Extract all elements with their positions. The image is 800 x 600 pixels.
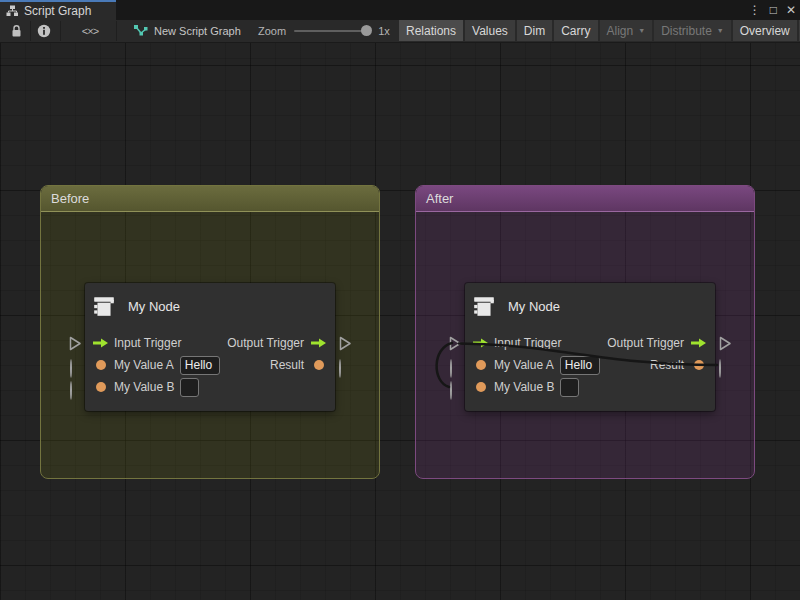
info-icon — [37, 24, 51, 38]
my-value-a-outer-port[interactable] — [70, 360, 72, 378]
input-trigger-label: Input Trigger — [494, 336, 561, 350]
output-trigger-outer-port[interactable] — [719, 336, 732, 355]
node-my-node-after[interactable]: My Node Input Trigger Output Trigger My … — [465, 283, 715, 411]
graph-canvas[interactable]: Before After My Node — [0, 43, 800, 600]
result-port[interactable] — [690, 360, 707, 370]
tab-script-graph[interactable]: Script Graph — [0, 0, 116, 20]
lock-icon — [10, 24, 23, 38]
group-before-header[interactable]: Before — [41, 186, 379, 212]
distribute-dropdown[interactable]: Distribute ▼ — [654, 20, 731, 41]
port-row-trigger: Input Trigger Output Trigger — [465, 332, 715, 354]
info-button[interactable] — [32, 20, 56, 42]
tab-label: Script Graph — [24, 4, 91, 18]
port-row-value-b: My Value B — [465, 376, 715, 398]
maximize-icon[interactable]: □ — [770, 0, 777, 20]
port-row-value-a: My Value A Result — [465, 354, 715, 376]
my-value-a-field[interactable] — [180, 356, 220, 375]
script-graph-icon — [133, 24, 148, 38]
unit-node-icon — [472, 294, 496, 318]
node-header[interactable]: My Node — [472, 294, 560, 318]
zoom-slider-handle[interactable] — [361, 25, 372, 36]
title-bar: Script Graph ⋮ □ ✕ — [0, 0, 800, 20]
result-label: Result — [270, 358, 304, 372]
unit-node-icon — [92, 294, 116, 318]
input-trigger-outer-port[interactable] — [69, 336, 82, 355]
my-value-a-port[interactable] — [472, 360, 489, 370]
result-port[interactable] — [310, 360, 327, 370]
close-icon[interactable]: ✕ — [786, 0, 796, 20]
zoom-label: Zoom — [258, 25, 286, 37]
distribute-label: Distribute — [661, 24, 712, 38]
menu-dots-icon[interactable]: ⋮ — [749, 0, 761, 20]
chevron-down-icon: ▼ — [717, 27, 724, 34]
my-value-b-outer-port[interactable] — [450, 382, 452, 400]
my-value-b-port[interactable] — [472, 382, 489, 392]
zoom-slider[interactable] — [294, 30, 370, 32]
zoom-value: 1x — [378, 25, 390, 37]
my-value-a-label: My Value A — [494, 358, 554, 372]
my-value-b-field[interactable] — [560, 378, 579, 397]
toolbar: <×> New Script Graph Zoom 1x Relations V… — [0, 20, 800, 43]
toolbar-separator — [60, 21, 61, 41]
my-value-a-field[interactable] — [560, 356, 600, 375]
output-trigger-outer-port[interactable] — [339, 336, 352, 355]
toolbar-separator — [116, 21, 117, 41]
my-value-a-port[interactable] — [92, 360, 109, 370]
overview-button[interactable]: Overview — [733, 20, 797, 41]
relations-button[interactable]: Relations — [399, 20, 463, 41]
output-trigger-port[interactable] — [310, 337, 327, 349]
my-value-a-label: My Value A — [114, 358, 174, 372]
port-row-value-b: My Value B — [85, 376, 335, 398]
input-trigger-label: Input Trigger — [114, 336, 181, 350]
result-outer-port[interactable] — [339, 360, 341, 378]
toolbar-separator — [30, 21, 31, 41]
window-controls: ⋮ □ ✕ — [749, 0, 796, 20]
node-my-node-before[interactable]: My Node Input Trigger Output Trigger My … — [85, 283, 335, 411]
my-value-a-outer-port[interactable] — [450, 360, 452, 378]
my-value-b-label: My Value B — [494, 380, 554, 394]
input-trigger-port[interactable] — [472, 337, 489, 349]
code-x-icon: <×> — [82, 25, 98, 37]
node-title: My Node — [508, 299, 560, 314]
group-title: After — [426, 191, 453, 206]
input-trigger-port[interactable] — [92, 337, 109, 349]
input-trigger-outer-port[interactable] — [449, 336, 462, 355]
my-value-b-field[interactable] — [180, 378, 199, 397]
dim-button[interactable]: Dim — [517, 20, 552, 41]
node-title: My Node — [128, 299, 180, 314]
align-label: Align — [607, 24, 634, 38]
values-button[interactable]: Values — [465, 20, 515, 41]
chevron-down-icon: ▼ — [638, 27, 645, 34]
output-trigger-label: Output Trigger — [227, 336, 304, 350]
graph-tab-icon — [6, 5, 19, 17]
script-graph-window: Script Graph ⋮ □ ✕ <×> — [0, 0, 800, 600]
code-preview-button[interactable]: <×> — [74, 20, 106, 42]
lock-button[interactable] — [4, 20, 28, 42]
group-after-header[interactable]: After — [416, 186, 754, 212]
output-trigger-label: Output Trigger — [607, 336, 684, 350]
toolbar-buttons: Relations Values Dim Carry Align ▼ Distr… — [399, 20, 800, 41]
node-header[interactable]: My Node — [92, 294, 180, 318]
result-label: Result — [650, 358, 684, 372]
my-value-b-label: My Value B — [114, 380, 174, 394]
my-value-b-port[interactable] — [92, 382, 109, 392]
port-row-value-a: My Value A Result — [85, 354, 335, 376]
group-title: Before — [51, 191, 89, 206]
graph-title: New Script Graph — [133, 20, 241, 42]
graph-name-label: New Script Graph — [154, 25, 241, 37]
my-value-b-outer-port[interactable] — [70, 382, 72, 400]
result-outer-port[interactable] — [719, 360, 721, 378]
output-trigger-port[interactable] — [690, 337, 707, 349]
carry-button[interactable]: Carry — [554, 20, 597, 41]
port-row-trigger: Input Trigger Output Trigger — [85, 332, 335, 354]
zoom-control: Zoom 1x — [258, 20, 390, 42]
align-dropdown[interactable]: Align ▼ — [600, 20, 653, 41]
